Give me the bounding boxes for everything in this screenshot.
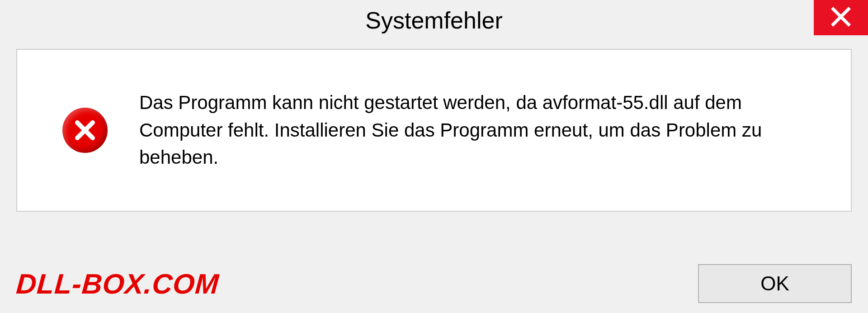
ok-button[interactable]: OK: [698, 264, 852, 303]
close-icon: [830, 6, 851, 29]
content-panel: Das Programm kann nicht gestartet werden…: [16, 49, 852, 212]
dialog-title: Systemfehler: [365, 7, 502, 34]
watermark-text: DLL-BOX.COM: [15, 268, 220, 300]
titlebar: Systemfehler: [0, 0, 868, 41]
footer: DLL-BOX.COM OK: [0, 264, 868, 303]
error-icon: [62, 108, 108, 153]
close-button[interactable]: [814, 0, 868, 35]
error-message: Das Programm kann nicht gestartet werden…: [139, 89, 817, 172]
